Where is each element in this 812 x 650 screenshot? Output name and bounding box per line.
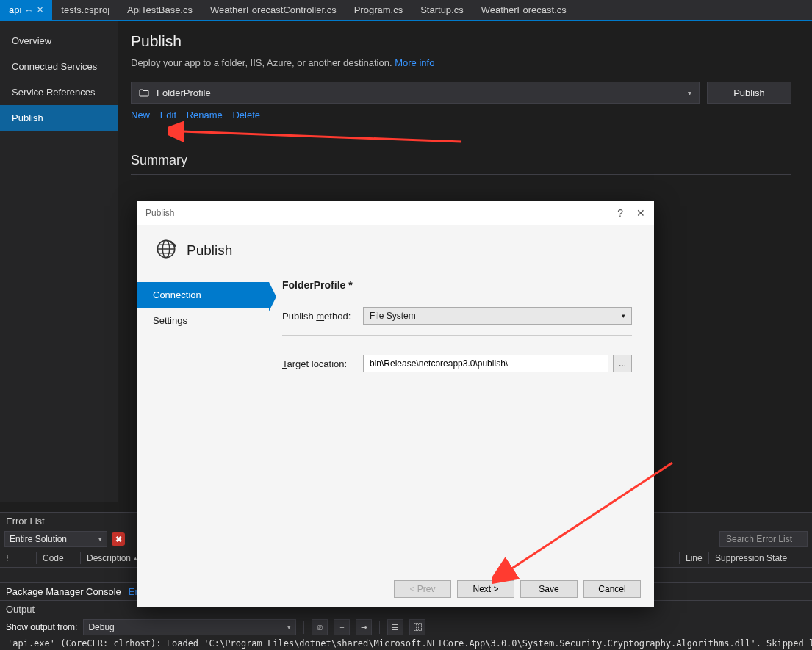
method-label: Publish method: [282, 311, 363, 322]
error-scope-select[interactable]: Entire Solution▾ [4, 531, 107, 547]
tab-apitestbase[interactable]: ApiTestBase.cs [118, 0, 201, 20]
profile-actions: New Edit Rename Delete [131, 109, 791, 120]
sidenav-publish[interactable]: Publish [0, 105, 118, 131]
tab-weatherforecast[interactable]: WeatherForecast.cs [473, 0, 575, 20]
col-icon[interactable]: ⁝ [0, 552, 37, 564]
delete-link[interactable]: Delete [232, 109, 260, 120]
divider [282, 335, 632, 336]
dialog-titlebar[interactable]: Publish ? ✕ [137, 201, 654, 225]
save-button[interactable]: Save [520, 580, 578, 598]
list-icon[interactable]: ☰ [387, 619, 403, 635]
side-nav: Overview Connected Services Service Refe… [0, 21, 118, 502]
summary-heading: Summary [131, 153, 791, 175]
options-icon[interactable]: ⿲ [409, 619, 425, 635]
indent-icon[interactable]: ⇥ [356, 619, 372, 635]
more-info-link[interactable]: More info [395, 57, 434, 68]
error-icon[interactable]: ✖ [112, 532, 125, 546]
tab-program[interactable]: Program.cs [345, 0, 412, 20]
edit-link[interactable]: Edit [160, 109, 176, 120]
globe-icon [156, 239, 176, 261]
close-icon[interactable]: ✕ [37, 5, 43, 15]
profile-title: FolderProfile * [282, 279, 632, 291]
target-input[interactable] [363, 355, 608, 372]
next-button[interactable]: Next > [457, 580, 514, 598]
page-title: Publish [131, 32, 791, 50]
step-connection[interactable]: Connection [137, 282, 269, 308]
toggle-wrap-icon[interactable]: ≡ [334, 619, 350, 635]
pmc-title: Package Manager Console [6, 586, 121, 597]
clear-output-icon[interactable]: ⎚ [312, 619, 328, 635]
chevron-down-icon: ▾ [688, 89, 691, 97]
profile-name: FolderProfile [157, 87, 211, 98]
editor-tabs: api ⊷ ✕ tests.csproj ApiTestBase.cs Weat… [0, 0, 812, 21]
dialog-title-text: Publish [145, 208, 174, 218]
rename-link[interactable]: Rename [187, 109, 223, 120]
col-line[interactable]: Line [680, 552, 709, 564]
col-code[interactable]: Code [37, 552, 81, 564]
method-select[interactable]: File System▾ [363, 307, 632, 325]
new-link[interactable]: New [131, 109, 150, 120]
publish-button[interactable]: Publish [707, 82, 791, 104]
folder-icon [139, 88, 149, 97]
publish-dialog: Publish ? ✕ Publish Connection Settings … [137, 201, 654, 607]
profile-select[interactable]: FolderProfile ▾ [131, 82, 700, 104]
step-settings[interactable]: Settings [137, 308, 269, 333]
col-state[interactable]: Suppression State [709, 552, 812, 564]
tab-api[interactable]: api ⊷ ✕ [0, 0, 52, 20]
dialog-heading: Publish [187, 242, 232, 259]
tab-tests[interactable]: tests.csproj [52, 0, 118, 20]
output-from-select[interactable]: Debug▾ [83, 619, 296, 635]
sidenav-refs[interactable]: Service References [0, 79, 118, 105]
sidenav-connected[interactable]: Connected Services [0, 54, 118, 79]
cancel-button[interactable]: Cancel [583, 580, 641, 598]
sidenav-overview[interactable]: Overview [0, 28, 118, 54]
help-icon[interactable]: ? [617, 207, 623, 219]
tab-startup[interactable]: Startup.cs [412, 0, 473, 20]
target-label: Target location: [282, 358, 363, 369]
tab-weathercontroller[interactable]: WeatherForecastController.cs [201, 0, 345, 20]
search-error-list[interactable]: Search Error List [719, 531, 808, 547]
page-subtitle: Deploy your app to a folder, IIS, Azure,… [131, 57, 791, 68]
tab-label: api [9, 4, 21, 15]
browse-button[interactable]: ... [613, 355, 632, 372]
output-text: 'api.exe' (CoreCLR: clrhost): Loaded 'C:… [0, 637, 812, 650]
pin-icon: ⊷ [26, 7, 32, 14]
close-dialog-icon[interactable]: ✕ [636, 207, 645, 219]
output-from-label: Show output from: [6, 622, 77, 632]
prev-button: < Prev [394, 580, 451, 598]
